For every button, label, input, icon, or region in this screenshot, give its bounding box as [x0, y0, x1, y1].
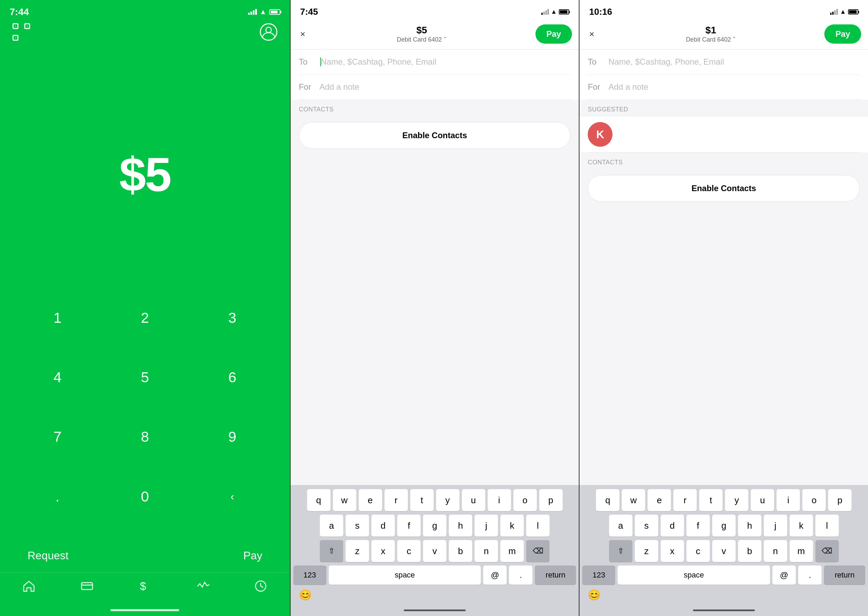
pay-button-main[interactable]: Pay: [244, 549, 263, 562]
key-s-3[interactable]: s: [635, 515, 658, 537]
for-input-3[interactable]: [609, 82, 860, 92]
key-dot[interactable]: .: [14, 479, 101, 514]
pay-button-2[interactable]: Pay: [535, 24, 572, 44]
key-return-3[interactable]: return: [824, 566, 865, 585]
card-info-2[interactable]: Debit Card 6402 ˅: [397, 36, 447, 43]
key-5[interactable]: 5: [101, 360, 189, 394]
profile-icon[interactable]: [259, 23, 278, 41]
key-x-3[interactable]: x: [660, 540, 684, 562]
key-i-2[interactable]: i: [487, 489, 511, 511]
key-l-3[interactable]: l: [815, 515, 839, 537]
key-c-2[interactable]: c: [397, 540, 421, 562]
key-o-3[interactable]: o: [802, 489, 826, 511]
key-g-3[interactable]: g: [712, 515, 736, 537]
key-n-3[interactable]: n: [764, 540, 787, 562]
for-input-2[interactable]: [319, 82, 571, 92]
key-u-2[interactable]: u: [462, 489, 485, 511]
key-w-2[interactable]: w: [333, 489, 356, 511]
key-b-2[interactable]: b: [449, 540, 472, 562]
nav-activity-icon[interactable]: [197, 580, 209, 594]
key-e-2[interactable]: e: [359, 489, 382, 511]
key-d-2[interactable]: d: [371, 515, 395, 537]
key-i-3[interactable]: i: [777, 489, 800, 511]
pay-button-3[interactable]: Pay: [824, 24, 861, 44]
key-9[interactable]: 9: [189, 420, 276, 454]
key-z-2[interactable]: z: [346, 540, 369, 562]
to-input-2[interactable]: [321, 57, 571, 67]
key-backspace[interactable]: ‹: [189, 479, 276, 514]
key-3[interactable]: 3: [189, 301, 276, 335]
key-space-2[interactable]: space: [329, 566, 481, 585]
key-y-3[interactable]: y: [725, 489, 748, 511]
card-info-3[interactable]: Debit Card 6402 ˅: [686, 36, 736, 43]
key-p-2[interactable]: p: [539, 489, 563, 511]
key-b-3[interactable]: b: [738, 540, 761, 562]
key-n-2[interactable]: n: [475, 540, 498, 562]
key-t-3[interactable]: t: [699, 489, 723, 511]
key-z-3[interactable]: z: [635, 540, 658, 562]
key-period-3[interactable]: .: [798, 566, 822, 585]
key-s-2[interactable]: s: [346, 515, 369, 537]
key-c-3[interactable]: c: [686, 540, 710, 562]
key-f-2[interactable]: f: [397, 515, 421, 537]
nav-clock-icon[interactable]: [254, 580, 267, 594]
key-0[interactable]: 0: [101, 479, 189, 514]
nav-card-icon[interactable]: [80, 580, 94, 594]
key-4[interactable]: 4: [14, 360, 101, 394]
scan-icon[interactable]: [13, 23, 30, 41]
key-t-2[interactable]: t: [410, 489, 434, 511]
key-k-2[interactable]: k: [500, 515, 524, 537]
key-at-3[interactable]: @: [772, 566, 796, 585]
shift-key-2[interactable]: ⇧: [320, 540, 343, 562]
key-q-3[interactable]: q: [596, 489, 620, 511]
key-at-2[interactable]: @: [483, 566, 506, 585]
key-v-2[interactable]: v: [423, 540, 447, 562]
key-123-2[interactable]: 123: [293, 566, 326, 585]
key-e-3[interactable]: e: [648, 489, 671, 511]
key-1[interactable]: 1: [14, 301, 101, 335]
key-g-2[interactable]: g: [423, 515, 447, 537]
key-7[interactable]: 7: [14, 420, 101, 454]
key-f-3[interactable]: f: [686, 515, 710, 537]
to-input-3[interactable]: [609, 57, 860, 67]
delete-key-2[interactable]: ⌫: [526, 540, 550, 562]
enable-contacts-button-3[interactable]: Enable Contacts: [588, 175, 860, 202]
emoji-button-3[interactable]: 😊: [588, 589, 601, 601]
key-j-3[interactable]: j: [764, 515, 787, 537]
key-123-3[interactable]: 123: [582, 566, 615, 585]
key-a-3[interactable]: a: [609, 515, 632, 537]
request-button[interactable]: Request: [28, 549, 68, 562]
enable-contacts-button-2[interactable]: Enable Contacts: [299, 122, 571, 149]
nav-home-icon[interactable]: [22, 580, 35, 594]
delete-key-3[interactable]: ⌫: [815, 540, 839, 562]
key-a-2[interactable]: a: [320, 515, 343, 537]
emoji-button-2[interactable]: 😊: [299, 589, 311, 601]
close-button-3[interactable]: ×: [587, 26, 597, 42]
key-m-3[interactable]: m: [789, 540, 813, 562]
key-space-3[interactable]: space: [618, 566, 770, 585]
key-j-2[interactable]: j: [475, 515, 498, 537]
key-period-2[interactable]: .: [509, 566, 532, 585]
key-q-2[interactable]: q: [307, 489, 330, 511]
key-m-2[interactable]: m: [500, 540, 524, 562]
shift-key-3[interactable]: ⇧: [609, 540, 632, 562]
key-k-3[interactable]: k: [789, 515, 813, 537]
key-w-3[interactable]: w: [622, 489, 645, 511]
key-h-3[interactable]: h: [738, 515, 761, 537]
key-y-2[interactable]: y: [436, 489, 459, 511]
key-r-2[interactable]: r: [384, 489, 408, 511]
key-8[interactable]: 8: [101, 420, 189, 454]
key-2[interactable]: 2: [101, 301, 189, 335]
key-6[interactable]: 6: [189, 360, 276, 394]
key-l-2[interactable]: l: [526, 515, 550, 537]
close-button-2[interactable]: ×: [297, 26, 308, 42]
key-h-2[interactable]: h: [449, 515, 472, 537]
key-return-2[interactable]: return: [535, 566, 576, 585]
key-d-3[interactable]: d: [660, 515, 684, 537]
key-o-2[interactable]: o: [513, 489, 537, 511]
key-p-3[interactable]: p: [828, 489, 851, 511]
suggested-contact-3[interactable]: K: [579, 116, 868, 152]
key-u-3[interactable]: u: [751, 489, 774, 511]
key-x-2[interactable]: x: [371, 540, 395, 562]
key-v-3[interactable]: v: [712, 540, 736, 562]
